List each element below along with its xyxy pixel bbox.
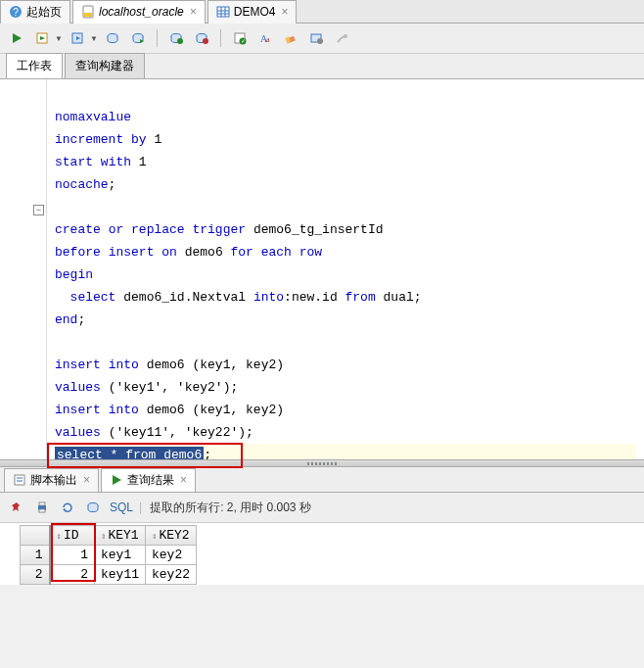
tab-label: 查询结果 <box>127 472 174 489</box>
tab-demo4[interactable]: DEMO4 × <box>207 0 298 24</box>
result-grid-wrap: ⇕ID ⇕KEY1 ⇕KEY2 1 1 key1 key2 2 2 key11 … <box>0 523 644 585</box>
run-script-button[interactable] <box>31 27 53 49</box>
column-header-id[interactable]: ⇕ID <box>50 526 95 546</box>
chevron-down-icon[interactable]: ▼ <box>90 34 98 43</box>
uppercase-button[interactable]: Aa <box>254 27 276 49</box>
svg-rect-31 <box>15 475 24 485</box>
script-output-icon <box>13 473 26 487</box>
result-tabs: 脚本输出 × 查询结果 × <box>0 467 644 493</box>
sql-label[interactable]: SQL <box>110 501 133 514</box>
document-tabs: ? 起始页 localhost_oracle × DEMO4 × <box>0 0 644 24</box>
chevron-down-icon[interactable]: ▼ <box>55 34 63 43</box>
svg-marker-9 <box>13 33 22 43</box>
cell-id[interactable]: 2 <box>50 565 95 585</box>
grid-header-row: ⇕ID ⇕KEY1 ⇕KEY2 <box>21 526 197 546</box>
svg-point-18 <box>177 38 183 44</box>
run-icon <box>110 473 123 487</box>
tab-label: 脚本输出 <box>30 472 77 489</box>
sort-icon: ⇕ <box>57 532 62 542</box>
svg-rect-37 <box>39 509 45 512</box>
run-button[interactable] <box>6 27 27 49</box>
svg-rect-4 <box>217 7 229 17</box>
unshared-button[interactable] <box>191 27 212 49</box>
column-header-key2[interactable]: ⇕KEY2 <box>146 526 197 546</box>
cell-id[interactable]: 1 <box>50 546 95 565</box>
svg-marker-34 <box>113 475 121 485</box>
horizontal-splitter[interactable] <box>0 459 644 467</box>
cell-key1[interactable]: key1 <box>95 546 146 565</box>
close-icon[interactable]: × <box>83 473 90 487</box>
sql-history-button[interactable]: ✓ <box>229 27 251 49</box>
print-button[interactable] <box>31 497 53 518</box>
tab-query-result[interactable]: 查询结果 × <box>101 468 196 492</box>
sql-editor[interactable]: − nomaxvalue increment by 1 start with 1… <box>0 79 644 459</box>
row-number: 1 <box>21 546 50 565</box>
row-header-blank <box>21 526 50 546</box>
sort-icon: ⇕ <box>152 532 157 542</box>
row-number: 2 <box>21 565 50 585</box>
separator <box>220 29 221 47</box>
tab-label: 起始页 <box>26 4 62 21</box>
svg-text:✓: ✓ <box>240 38 245 44</box>
autotrace-button[interactable] <box>102 27 123 49</box>
explain-plan-button[interactable] <box>67 27 88 49</box>
main-toolbar: ▼ ▼ ✓ Aa <box>0 24 644 54</box>
column-header-key1[interactable]: ⇕KEY1 <box>95 526 146 546</box>
clear-button[interactable] <box>280 27 301 49</box>
svg-rect-36 <box>39 502 45 505</box>
tab-label: DEMO4 <box>234 5 276 19</box>
tab-start-page[interactable]: ? 起始页 <box>0 0 70 24</box>
refresh-button[interactable] <box>57 497 78 518</box>
svg-point-30 <box>344 34 347 38</box>
close-icon[interactable]: × <box>281 5 288 19</box>
table-row[interactable]: 2 2 key11 key22 <box>21 565 197 585</box>
tab-label: localhost_oracle <box>99 5 184 19</box>
help-icon: ? <box>9 5 23 19</box>
close-icon[interactable]: × <box>190 5 197 19</box>
cell-key2[interactable]: key2 <box>146 546 197 565</box>
sql-file-icon <box>81 5 95 19</box>
close-icon[interactable]: × <box>180 473 187 487</box>
editor-gutter: − <box>0 79 47 459</box>
pin-button[interactable] <box>6 497 27 518</box>
fold-minus-icon[interactable]: − <box>33 205 44 215</box>
table-row[interactable]: 1 1 key1 key2 <box>21 546 197 565</box>
sort-icon: ⇕ <box>101 532 106 542</box>
dbms-output-button[interactable] <box>305 27 327 49</box>
table-icon <box>216 5 230 19</box>
svg-point-20 <box>203 38 208 44</box>
tab-script-output[interactable]: 脚本输出 × <box>4 468 99 492</box>
result-toolbar: SQL | 提取的所有行: 2, 用时 0.003 秒 <box>0 493 644 523</box>
svg-text:?: ? <box>13 7 19 18</box>
svg-point-29 <box>317 38 323 44</box>
cell-key1[interactable]: key11 <box>95 565 146 585</box>
separator <box>157 29 158 47</box>
status-text: 提取的所有行: 2, 用时 0.003 秒 <box>150 500 311 516</box>
export-button[interactable] <box>82 497 104 518</box>
worksheet-subtabs: 工作表 查询构建器 <box>0 54 644 79</box>
result-grid[interactable]: ⇕ID ⇕KEY1 ⇕KEY2 1 1 key1 key2 2 2 key11 … <box>20 525 197 585</box>
tab-worksheet[interactable]: localhost_oracle × <box>72 0 206 24</box>
code-area[interactable]: nomaxvalue increment by 1 start with 1 n… <box>47 79 644 459</box>
owa-output-button[interactable] <box>331 27 352 49</box>
subtab-worksheet[interactable]: 工作表 <box>6 53 63 78</box>
svg-text:a: a <box>266 35 270 44</box>
commit-button[interactable] <box>127 27 149 49</box>
svg-rect-3 <box>84 13 92 17</box>
rollback-button[interactable] <box>165 27 187 49</box>
cell-key2[interactable]: key22 <box>146 565 197 585</box>
subtab-query-builder[interactable]: 查询构建器 <box>65 53 145 78</box>
